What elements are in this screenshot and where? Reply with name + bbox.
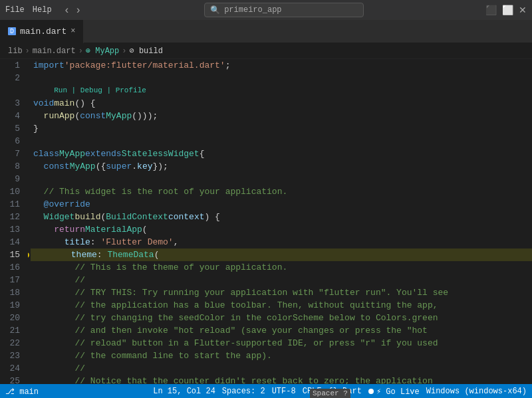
search-input-wrap[interactable]: 🔍 primeiro_app (204, 3, 364, 17)
code-content[interactable]: import 'package:flutter/material.dart'; … (28, 59, 532, 384)
code-line: @override (31, 198, 532, 211)
live-dot-icon (368, 389, 374, 394)
line-number: 21 (5, 324, 20, 337)
code-line: } (31, 122, 532, 135)
line-number: 9 (5, 173, 20, 185)
window-close-button[interactable]: ✕ (519, 5, 527, 15)
line-number (5, 84, 20, 97)
breadcrumb-part-class[interactable]: ⊕ MyApp (86, 46, 119, 56)
code-line: // and then invoke "hot reload" (save yo… (31, 324, 532, 337)
code-line (31, 135, 532, 148)
window-maximize-button[interactable]: ⬜ (502, 5, 513, 15)
breadcrumb-part-file[interactable]: main.dart (33, 47, 76, 56)
breadcrumb: lib › main.dart › ⊕ MyApp › ⊘ build (0, 43, 532, 59)
line-number: 1 (5, 59, 20, 72)
code-line: // This is the theme of your application… (31, 261, 532, 274)
tab-bar: D main.dart × (0, 20, 532, 43)
code-line: theme: ThemeData( (31, 249, 532, 261)
tab-label: main.dart (20, 27, 66, 37)
code-line: Run | Debug | Profile (31, 84, 532, 97)
code-line (31, 72, 532, 84)
line-number: 12 (5, 211, 20, 223)
code-line: // This widget is the root of your appli… (31, 185, 532, 198)
menu-help[interactable]: Help (33, 5, 52, 15)
status-platform[interactable]: Windows (windows-x64) (426, 387, 527, 396)
dart-file-icon: D (8, 27, 16, 35)
line-number: 11 (5, 198, 20, 211)
code-line: // (31, 362, 532, 375)
line-number: 14 (5, 236, 20, 249)
breadcrumb-part-lib[interactable]: lib (8, 47, 23, 56)
window-minimize-button[interactable]: ⬛ (485, 5, 497, 15)
code-line: const MyApp({super.key}); (31, 160, 532, 173)
code-line: Widget build(BuildContext context) { (31, 211, 532, 223)
editor-area: 1234567891011121314151617181920212223242… (0, 59, 532, 384)
menu-file[interactable]: File (5, 5, 25, 15)
line-number: 22 (5, 337, 20, 349)
tab-close-button[interactable]: × (70, 27, 75, 36)
line-number: 4 (5, 110, 20, 122)
status-branch[interactable]: ⎇ main (5, 387, 39, 397)
code-line: title: 'Flutter Demo', (31, 236, 532, 249)
breakpoint-dot (28, 252, 29, 258)
line-number: 2 (5, 72, 20, 84)
breadcrumb-part-method[interactable]: ⊘ build (129, 46, 162, 56)
code-line: // TRY THIS: Try running your applicatio… (31, 286, 532, 299)
go-live-button[interactable]: ⚡ Go Live (368, 387, 420, 397)
status-spaces[interactable]: Spaces: 2 (222, 387, 265, 396)
nav-forward-button[interactable]: › (74, 4, 82, 16)
line-number: 8 (5, 160, 20, 173)
code-line: import 'package:flutter/material.dart'; (31, 59, 532, 72)
spacer-badge: Spacer ? (310, 389, 350, 398)
status-bar: ⎇ main Ln 15, Col 24 Spaces: 2 UTF-8 CRL… (0, 384, 532, 398)
status-encoding[interactable]: UTF-8 (272, 387, 296, 396)
line-number: 15 (5, 249, 20, 261)
line-numbers: 1234567891011121314151617181920212223242… (0, 59, 28, 384)
code-line: // the command line to start the app). (31, 349, 532, 362)
search-label: primeiro_app (224, 5, 281, 15)
status-position[interactable]: Ln 15, Col 24 (153, 387, 215, 396)
go-live-label: ⚡ Go Live (376, 387, 420, 397)
status-left: ⎇ main (5, 387, 39, 397)
code-line: return MaterialApp( (31, 223, 532, 236)
line-number: 18 (5, 286, 20, 299)
nav-back-button[interactable]: ‹ (63, 4, 71, 16)
line-number: 5 (5, 122, 20, 135)
code-line: // the application has a blue toolbar. T… (31, 299, 532, 312)
breadcrumb-sep-3: › (122, 47, 126, 56)
breadcrumb-sep-1: › (25, 47, 30, 56)
line-number: 7 (5, 148, 20, 160)
line-number: 6 (5, 135, 20, 148)
line-number: 10 (5, 185, 20, 198)
code-line: void main() { (31, 97, 532, 110)
line-number: 20 (5, 312, 20, 324)
line-number: 16 (5, 261, 20, 274)
title-bar: File Help ‹ › 🔍 primeiro_app ⬛ ⬜ ✕ (0, 0, 532, 20)
search-icon: 🔍 (210, 5, 220, 15)
breadcrumb-sep-2: › (78, 47, 83, 56)
line-number: 17 (5, 274, 20, 286)
window-controls[interactable]: ⬛ ⬜ ✕ (485, 5, 527, 15)
code-line (31, 173, 532, 185)
code-line: // Notice that the counter didn't reset … (31, 375, 532, 384)
search-bar[interactable]: 🔍 primeiro_app (93, 3, 475, 17)
tab-main-dart[interactable]: D main.dart × (0, 20, 84, 43)
line-number: 23 (5, 349, 20, 362)
menu-bar[interactable]: File Help (5, 5, 52, 15)
code-line: runApp(const MyApp())); (31, 110, 532, 122)
line-number: 24 (5, 362, 20, 375)
line-number: 3 (5, 97, 20, 110)
nav-buttons[interactable]: ‹ › (63, 4, 83, 16)
line-number: 13 (5, 223, 20, 236)
code-line: // reload" button in a Flutter-supported… (31, 337, 532, 349)
code-line: // try changing the seedColor in the col… (31, 312, 532, 324)
code-line: class MyApp extends StatelessWidget { (31, 148, 532, 160)
code-line: // (31, 274, 532, 286)
line-number: 25 (5, 375, 20, 384)
line-number: 19 (5, 299, 20, 312)
